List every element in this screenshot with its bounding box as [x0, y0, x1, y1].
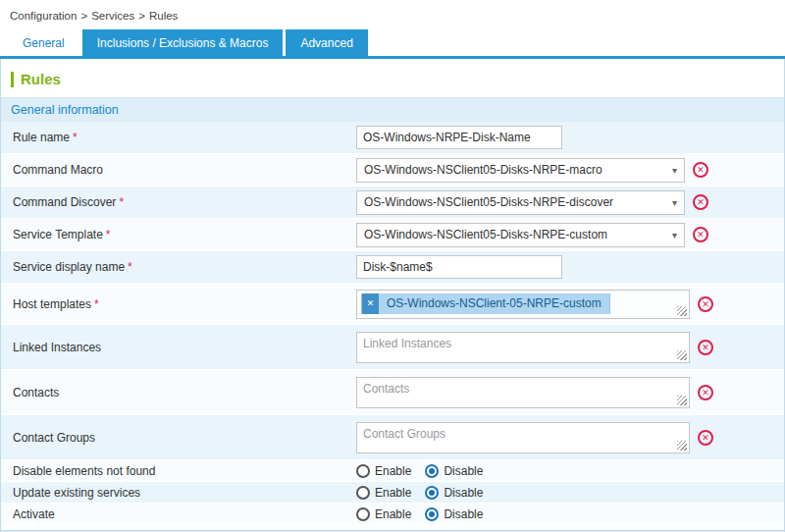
- required-marker: *: [128, 260, 132, 274]
- radio-enable[interactable]: Enable: [356, 486, 411, 500]
- host-templates-field[interactable]: ✕ OS-Windows-NSClient-05-NRPE-custom: [356, 290, 690, 319]
- command-macro-select[interactable]: OS-Windows-NSClient05-Disks-NRPE-macro ▾: [356, 158, 685, 183]
- placeholder-text: Contact Groups: [363, 427, 445, 441]
- field-label: Rule name*: [1, 131, 356, 144]
- placeholder-text: Linked Instances: [363, 337, 451, 350]
- form-row-update-existing-services: Update existing services Enable Disable: [1, 482, 784, 504]
- breadcrumb-configuration[interactable]: Configuration: [10, 10, 77, 22]
- tab-inclusions-exclusions-macros[interactable]: Inclusions / Exclusions & Macros: [82, 29, 284, 56]
- field-label: Disable elements not found: [1, 464, 356, 478]
- page-title-text: Rules: [21, 71, 61, 87]
- radio-checked-icon: [425, 507, 439, 521]
- breadcrumb-rules[interactable]: Rules: [149, 10, 178, 22]
- radio-unchecked-icon: [356, 464, 370, 478]
- title-accent-bar: [11, 72, 14, 87]
- form-row-command-discover: Command Discover* OS-Windows-NSClient05-…: [1, 186, 784, 219]
- radio-unchecked-icon: [356, 486, 370, 500]
- disable-elements-radio-group: Enable Disable: [356, 464, 483, 478]
- field-label: Host templates*: [1, 297, 356, 311]
- contact-groups-field[interactable]: Contact Groups: [356, 422, 690, 453]
- field-label: Update existing services: [1, 486, 356, 500]
- host-template-tag: ✕ OS-Windows-NSClient-05-NRPE-custom: [361, 293, 610, 314]
- radio-enable[interactable]: Enable: [356, 464, 411, 478]
- clear-icon[interactable]: ✕: [698, 430, 713, 446]
- field-label: Contacts: [1, 386, 356, 399]
- form-row-service-display-name: Service display name*: [1, 251, 784, 284]
- tab-bar: General Inclusions / Exclusions & Macros…: [0, 29, 785, 59]
- radio-disable[interactable]: Disable: [425, 507, 483, 521]
- form-row-contacts: Contacts Contacts ✕: [1, 370, 784, 415]
- field-label: Command Discover*: [1, 195, 356, 209]
- radio-enable[interactable]: Enable: [356, 507, 411, 521]
- breadcrumb-separator: >: [80, 10, 87, 22]
- field-label: Service display name*: [1, 260, 356, 274]
- clear-icon[interactable]: ✕: [693, 227, 708, 242]
- required-marker: *: [106, 228, 111, 241]
- resize-grip-icon[interactable]: [677, 441, 687, 451]
- section-header-general-information: General information: [1, 97, 784, 122]
- form-row-disable-elements-not-found: Disable elements not found Enable Disabl…: [1, 460, 784, 482]
- clear-icon[interactable]: ✕: [693, 162, 708, 178]
- form-row-rule-name: Rule name*: [1, 122, 784, 154]
- field-label: Command Macro: [1, 163, 356, 177]
- remove-tag-icon[interactable]: ✕: [362, 293, 379, 314]
- command-discover-select[interactable]: OS-Windows-NSClient05-Disks-NRPE-discove…: [356, 190, 685, 215]
- page-title: Rules: [1, 59, 784, 97]
- chevron-down-icon: ▾: [672, 165, 677, 176]
- required-marker: *: [94, 297, 99, 311]
- clear-icon[interactable]: ✕: [698, 385, 713, 400]
- breadcrumb: Configuration>Services>Rules: [0, 0, 785, 29]
- field-label: Activate: [1, 507, 356, 521]
- service-display-name-input[interactable]: [356, 255, 562, 279]
- contacts-field[interactable]: Contacts: [356, 377, 690, 408]
- radio-checked-icon: [425, 486, 439, 500]
- linked-instances-field[interactable]: Linked Instances: [356, 332, 690, 363]
- clear-icon[interactable]: ✕: [693, 194, 708, 210]
- tab-advanced[interactable]: Advanced: [286, 29, 367, 56]
- service-template-select[interactable]: OS-Windows-NSClient05-Disks-NRPE-custom …: [356, 223, 685, 247]
- breadcrumb-services[interactable]: Services: [91, 10, 134, 22]
- resize-grip-icon[interactable]: [677, 396, 687, 405]
- required-marker: *: [119, 195, 124, 209]
- chevron-down-icon: ▾: [672, 197, 677, 208]
- field-label: Linked Instances: [1, 341, 356, 354]
- page-body: Rules General information Rule name* Com…: [0, 59, 785, 532]
- resize-grip-icon[interactable]: [677, 350, 687, 360]
- radio-unchecked-icon: [356, 507, 370, 521]
- field-label: Contact Groups: [1, 431, 356, 445]
- radio-checked-icon: [425, 464, 439, 478]
- form-row-command-macro: Command Macro OS-Windows-NSClient05-Disk…: [1, 154, 784, 186]
- chevron-down-icon: ▾: [672, 230, 677, 240]
- required-marker: *: [73, 131, 78, 144]
- clear-icon[interactable]: ✕: [698, 296, 713, 312]
- tab-general[interactable]: General: [8, 29, 79, 56]
- placeholder-text: Contacts: [363, 382, 409, 396]
- resize-grip-icon[interactable]: [677, 306, 687, 316]
- form-row-linked-instances: Linked Instances Linked Instances ✕: [1, 325, 784, 370]
- field-label: Service Template*: [1, 228, 356, 241]
- form-row-activate: Activate Enable Disable: [1, 504, 784, 525]
- form-row-contact-groups: Contact Groups Contact Groups ✕: [1, 415, 784, 460]
- form-row-host-templates: Host templates* ✕ OS-Windows-NSClient-05…: [1, 284, 784, 325]
- activate-radio-group: Enable Disable: [356, 507, 483, 521]
- form-row-service-template: Service Template* OS-Windows-NSClient05-…: [1, 219, 784, 251]
- clear-icon[interactable]: ✕: [698, 340, 713, 355]
- breadcrumb-separator: >: [138, 10, 145, 22]
- radio-disable[interactable]: Disable: [425, 464, 483, 478]
- rule-name-input[interactable]: [356, 126, 562, 149]
- radio-disable[interactable]: Disable: [425, 486, 483, 500]
- update-existing-services-radio-group: Enable Disable: [356, 486, 483, 500]
